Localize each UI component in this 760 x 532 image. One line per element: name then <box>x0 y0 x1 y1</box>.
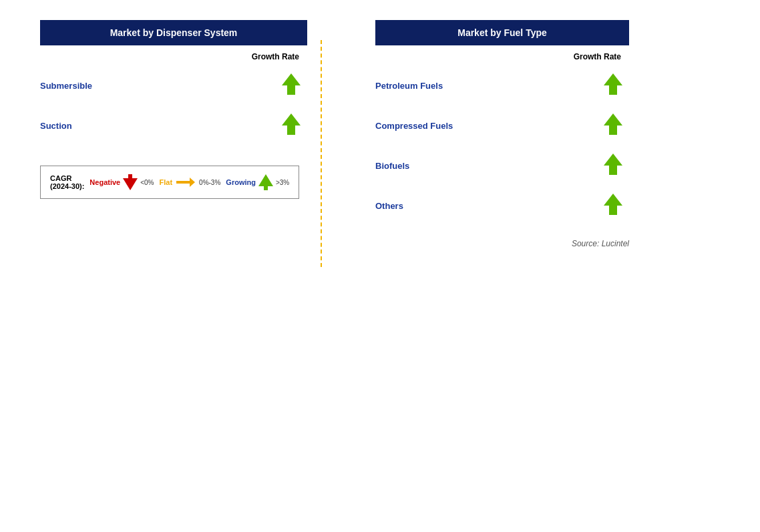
legend-growing-label: Growing <box>226 178 256 186</box>
submersible-arrow-icon <box>282 72 301 99</box>
left-panel-header: Market by Dispenser System <box>40 20 307 45</box>
svg-marker-6 <box>604 113 622 135</box>
legend-growing: Growing >3% <box>226 173 289 192</box>
svg-marker-8 <box>604 194 622 215</box>
table-row: Suction <box>40 105 307 146</box>
suction-arrow-icon <box>282 112 301 139</box>
legend-box: CAGR(2024-30): Negative <0% Flat 0%-3% G… <box>40 166 299 199</box>
svg-marker-3 <box>176 178 195 187</box>
others-label: Others <box>375 201 403 211</box>
table-row: Others <box>375 186 629 226</box>
source-text: Source: Lucintel <box>375 239 629 248</box>
svg-marker-2 <box>123 174 138 190</box>
submersible-label: Submersible <box>40 81 92 91</box>
compressed-fuels-label: Compressed Fuels <box>375 121 453 131</box>
svg-marker-7 <box>604 154 622 175</box>
legend-growing-value: >3% <box>276 179 289 186</box>
legend-negative-label: Negative <box>89 178 120 186</box>
right-panel: Market by Fuel Type Growth Rate Petroleu… <box>375 20 629 267</box>
petroleum-fuels-label: Petroleum Fuels <box>375 81 443 91</box>
compressed-fuels-arrow-icon <box>604 112 622 139</box>
table-row: Submersible <box>40 65 307 105</box>
vertical-divider <box>321 40 322 267</box>
left-panel: Market by Dispenser System Growth Rate S… <box>40 20 307 267</box>
right-growth-rate-label: Growth Rate <box>375 52 629 61</box>
left-growth-rate-label: Growth Rate <box>40 52 307 61</box>
legend-flat: Flat 0%-3% <box>160 175 221 190</box>
svg-marker-4 <box>258 174 273 190</box>
biofuels-label: Biofuels <box>375 161 409 171</box>
svg-marker-1 <box>282 113 301 135</box>
table-row: Biofuels <box>375 146 629 186</box>
legend-flat-label: Flat <box>160 178 173 186</box>
legend-negative-value: <0% <box>140 179 154 186</box>
others-arrow-icon <box>604 192 622 219</box>
svg-marker-0 <box>282 73 301 95</box>
biofuels-arrow-icon <box>604 152 622 179</box>
right-panel-header: Market by Fuel Type <box>375 20 629 45</box>
petroleum-fuels-arrow-icon <box>604 72 622 99</box>
svg-marker-5 <box>604 73 622 95</box>
table-row: Petroleum Fuels <box>375 65 629 105</box>
table-row: Compressed Fuels <box>375 105 629 146</box>
legend-negative: Negative <0% <box>89 173 154 192</box>
legend-cagr-label: CAGR(2024-30): <box>50 174 84 190</box>
legend-flat-value: 0%-3% <box>199 179 220 186</box>
suction-label: Suction <box>40 121 72 131</box>
